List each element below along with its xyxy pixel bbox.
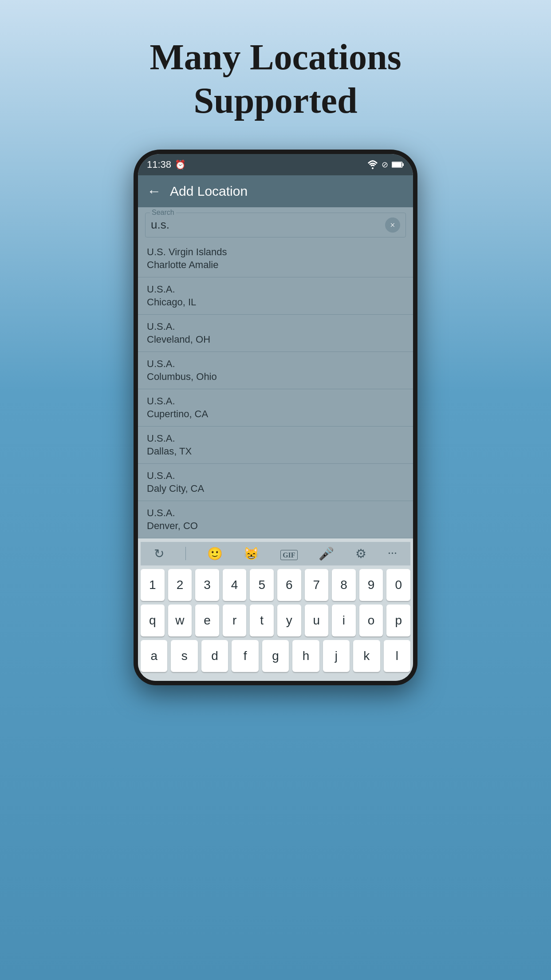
key-e[interactable]: e bbox=[195, 605, 219, 636]
search-input[interactable]: u.s. bbox=[151, 218, 385, 232]
key-8[interactable]: 8 bbox=[332, 569, 356, 601]
qwerty-row: q w e r t y u i o p bbox=[141, 605, 410, 636]
title-line1: Many Locations bbox=[150, 37, 401, 77]
key-d[interactable]: d bbox=[201, 640, 228, 672]
app-bar: ← Add Location bbox=[138, 175, 413, 207]
mic-icon[interactable]: 🎤 bbox=[319, 546, 334, 561]
list-item[interactable]: U.S. Virgin Islands Charlotte Amalie bbox=[138, 240, 413, 277]
key-q[interactable]: q bbox=[141, 605, 165, 636]
key-1[interactable]: 1 bbox=[141, 569, 165, 601]
location-city: Charlotte Amalie bbox=[147, 259, 404, 271]
key-y[interactable]: y bbox=[277, 605, 301, 636]
location-city: Cupertino, CA bbox=[147, 408, 404, 420]
location-country: U.S.A. bbox=[147, 358, 404, 370]
location-country: U.S.A. bbox=[147, 321, 404, 332]
list-item[interactable]: U.S.A. Columbus, Ohio bbox=[138, 352, 413, 389]
title-line2: Supported bbox=[193, 80, 357, 121]
key-s[interactable]: s bbox=[171, 640, 197, 672]
location-country: U.S.A. bbox=[147, 433, 404, 444]
key-2[interactable]: 2 bbox=[168, 569, 192, 601]
sticker-icon[interactable]: 😸 bbox=[244, 546, 259, 561]
location-city: Daly City, CA bbox=[147, 483, 404, 494]
emoji-icon[interactable]: 🙂 bbox=[207, 546, 223, 561]
list-item[interactable]: U.S.A. Cupertino, CA bbox=[138, 389, 413, 427]
phone-container: 11:38 ⏰ ⊘ ← Add Locati bbox=[134, 150, 417, 685]
key-9[interactable]: 9 bbox=[359, 569, 383, 601]
key-4[interactable]: 4 bbox=[223, 569, 247, 601]
clear-icon: × bbox=[390, 221, 395, 229]
key-g[interactable]: g bbox=[262, 640, 289, 672]
list-item[interactable]: U.S.A. Cleveland, OH bbox=[138, 315, 413, 352]
location-city: Denver, CO bbox=[147, 520, 404, 532]
alarm-icon: ⏰ bbox=[175, 159, 186, 170]
svg-rect-2 bbox=[392, 162, 401, 167]
key-5[interactable]: 5 bbox=[250, 569, 274, 601]
list-item[interactable]: U.S.A. Dallas, TX bbox=[138, 427, 413, 464]
page-heading: Many Locations Supported bbox=[150, 36, 401, 123]
location-country: U.S.A. bbox=[147, 395, 404, 407]
list-item[interactable]: U.S.A. Chicago, IL bbox=[138, 277, 413, 315]
location-city: Columbus, Ohio bbox=[147, 371, 404, 383]
location-city: Dallas, TX bbox=[147, 446, 404, 457]
app-title: Add Location bbox=[170, 184, 248, 199]
settings-icon[interactable]: ⚙ bbox=[355, 546, 366, 561]
list-item[interactable]: U.S.A. Daly City, CA bbox=[138, 464, 413, 501]
key-3[interactable]: 3 bbox=[195, 569, 219, 601]
key-o[interactable]: o bbox=[359, 605, 383, 636]
number-row: 1 2 3 4 5 6 7 8 9 0 bbox=[141, 569, 410, 601]
key-r[interactable]: r bbox=[223, 605, 247, 636]
status-bar: 11:38 ⏰ ⊘ bbox=[138, 154, 413, 175]
key-p[interactable]: p bbox=[386, 605, 410, 636]
key-l[interactable]: l bbox=[384, 640, 410, 672]
list-item[interactable]: U.S.A. Denver, CO bbox=[138, 501, 413, 538]
key-7[interactable]: 7 bbox=[305, 569, 329, 601]
block-icon: ⊘ bbox=[382, 160, 388, 170]
location-city: Cleveland, OH bbox=[147, 334, 404, 345]
wifi-icon bbox=[367, 160, 378, 169]
key-j[interactable]: j bbox=[323, 640, 350, 672]
key-w[interactable]: w bbox=[168, 605, 192, 636]
clear-button[interactable]: × bbox=[385, 217, 400, 233]
keyboard: ↻ 🙂 😸 GIF 🎤 ⚙ ··· 1 2 3 4 5 6 7 8 9 0 bbox=[138, 538, 413, 681]
key-k[interactable]: k bbox=[353, 640, 380, 672]
asdf-row: a s d f g h j k l bbox=[141, 640, 410, 672]
status-time: 11:38 bbox=[147, 159, 171, 170]
location-country: U.S.A. bbox=[147, 284, 404, 295]
battery-icon bbox=[392, 161, 404, 168]
location-country: U.S. Virgin Islands bbox=[147, 246, 404, 258]
location-country: U.S.A. bbox=[147, 470, 404, 482]
gif-button[interactable]: GIF bbox=[280, 546, 297, 561]
more-icon[interactable]: ··· bbox=[388, 546, 397, 561]
key-t[interactable]: t bbox=[250, 605, 274, 636]
svg-point-0 bbox=[372, 167, 374, 169]
key-0[interactable]: 0 bbox=[386, 569, 410, 601]
svg-rect-3 bbox=[402, 163, 404, 166]
key-a[interactable]: a bbox=[141, 640, 167, 672]
location-city: Chicago, IL bbox=[147, 296, 404, 308]
back-button[interactable]: ← bbox=[147, 183, 161, 199]
rotate-icon[interactable]: ↻ bbox=[154, 546, 164, 561]
key-h[interactable]: h bbox=[292, 640, 319, 672]
search-label: Search bbox=[150, 209, 176, 217]
toolbar-divider bbox=[185, 547, 186, 560]
location-list: U.S. Virgin Islands Charlotte Amalie U.S… bbox=[138, 240, 413, 538]
key-6[interactable]: 6 bbox=[277, 569, 301, 601]
search-area: Search u.s. × bbox=[138, 207, 413, 240]
location-country: U.S.A. bbox=[147, 507, 404, 519]
key-f[interactable]: f bbox=[232, 640, 258, 672]
key-i[interactable]: i bbox=[332, 605, 356, 636]
key-u[interactable]: u bbox=[305, 605, 329, 636]
keyboard-toolbar: ↻ 🙂 😸 GIF 🎤 ⚙ ··· bbox=[141, 542, 410, 565]
